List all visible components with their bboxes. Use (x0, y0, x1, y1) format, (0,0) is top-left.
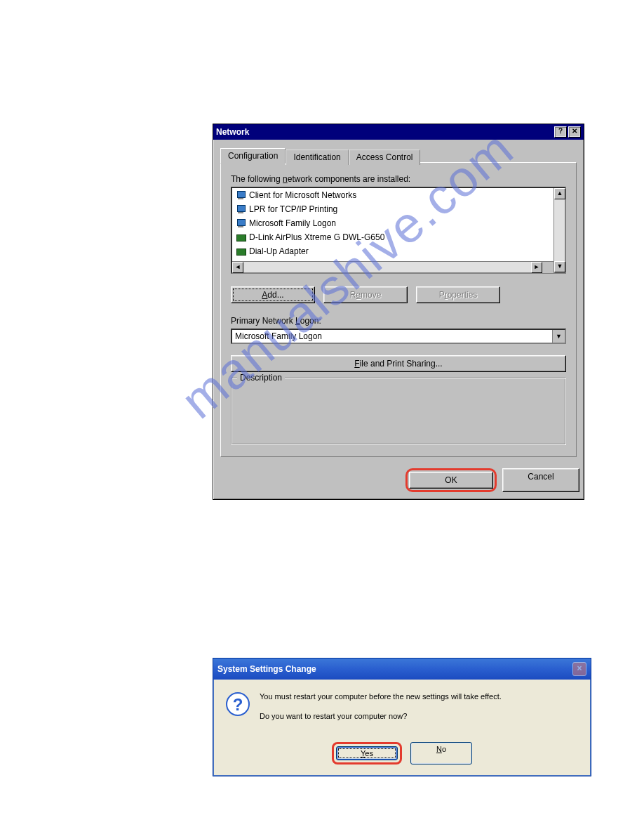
description-label: Description (237, 373, 285, 383)
restart-title: System Settings Change (217, 664, 316, 674)
scroll-up-icon[interactable]: ▲ (554, 188, 565, 199)
ok-highlight: OK (405, 468, 497, 492)
scroll-corner (542, 262, 554, 273)
list-item[interactable]: Client for Microsoft Networks (232, 188, 554, 202)
close-icon: × (572, 662, 586, 676)
scroll-track[interactable] (554, 199, 565, 261)
item-label: D-Link AirPlus Xtreme G DWL-G650 (249, 232, 384, 242)
help-button[interactable]: ? (554, 126, 567, 138)
network-title: Network (216, 127, 249, 137)
primary-logon-combo[interactable]: Microsoft Family Logon ▼ (231, 329, 566, 344)
adapter-icon (235, 246, 246, 257)
scroll-right-icon[interactable]: ► (531, 262, 542, 273)
list-item[interactable]: Dial-Up Adapter (232, 244, 554, 258)
question-icon (226, 692, 250, 716)
close-button[interactable]: ✕ (568, 126, 581, 138)
tab-configuration[interactable]: Configuration (220, 148, 286, 164)
restart-titlebar[interactable]: System Settings Change × (213, 658, 591, 680)
vertical-scrollbar[interactable]: ▲ ▼ (554, 188, 565, 272)
client-icon (235, 204, 246, 215)
scroll-track[interactable] (243, 262, 531, 272)
add-button[interactable]: Add... (231, 286, 315, 303)
restart-message: You must restart your computer before th… (260, 691, 502, 729)
tab-panel-configuration: The following network components are ins… (220, 162, 577, 457)
item-label: Client for Microsoft Networks (249, 190, 356, 200)
horizontal-scrollbar[interactable]: ◄ ► (232, 261, 554, 272)
description-groupbox: Description (231, 378, 566, 445)
item-label: Microsoft Family Logon (249, 218, 336, 228)
restart-line2: Do you want to restart your computer now… (260, 710, 502, 723)
remove-button: Remove (323, 286, 408, 303)
client-icon (235, 218, 246, 229)
yes-highlight: Yes (332, 742, 402, 764)
item-label: LPR for TCP/IP Printing (249, 204, 337, 214)
cancel-button[interactable]: Cancel (502, 468, 579, 492)
combo-value: Microsoft Family Logon (232, 330, 552, 343)
scroll-down-icon[interactable]: ▼ (554, 261, 565, 272)
list-item[interactable]: D-Link AirPlus Xtreme G DWL-G650 (232, 230, 554, 244)
list-item[interactable]: Microsoft Family Logon (232, 216, 554, 230)
scroll-left-icon[interactable]: ◄ (232, 262, 243, 273)
components-label: The following network components are ins… (231, 174, 566, 184)
properties-button: Properties (416, 286, 500, 303)
client-icon (235, 190, 246, 201)
network-dialog: Network ? ✕ Configuration Identification… (213, 124, 584, 500)
yes-button[interactable]: Yes (336, 746, 398, 760)
adapter-icon (235, 232, 246, 243)
tab-access-control[interactable]: Access Control (349, 150, 421, 165)
restart-dialog: System Settings Change × You must restar… (213, 658, 591, 776)
tab-identification[interactable]: Identification (286, 150, 348, 165)
restart-line1: You must restart your computer before th… (260, 691, 502, 703)
chevron-down-icon[interactable]: ▼ (552, 330, 565, 343)
no-button[interactable]: No (410, 742, 472, 764)
list-item[interactable]: LPR for TCP/IP Printing (232, 202, 554, 216)
components-listbox[interactable]: Client for Microsoft Networks LPR for TC… (231, 187, 566, 274)
network-titlebar[interactable]: Network ? ✕ (213, 124, 584, 140)
primary-logon-label: Primary Network Logon: (231, 316, 566, 326)
ok-button[interactable]: OK (409, 472, 493, 489)
file-print-sharing-button[interactable]: File and Print Sharing... (231, 355, 566, 372)
item-label: Dial-Up Adapter (249, 246, 309, 256)
